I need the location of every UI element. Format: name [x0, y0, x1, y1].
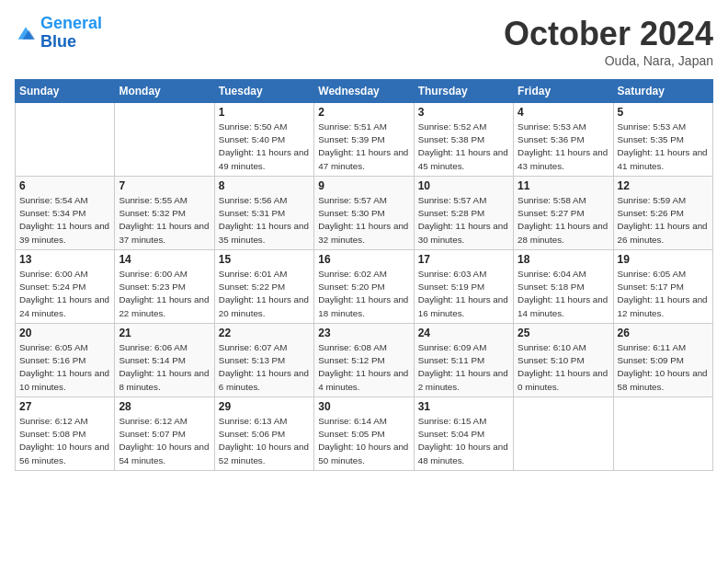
calendar-cell: 5Sunrise: 5:53 AM Sunset: 5:35 PM Daylig…: [613, 103, 712, 177]
calendar-cell: 20Sunrise: 6:05 AM Sunset: 5:16 PM Dayli…: [16, 324, 115, 397]
day-detail: Sunrise: 5:56 AM Sunset: 5:31 PM Dayligh…: [219, 194, 310, 247]
day-number: 16: [318, 253, 409, 266]
day-number: 19: [618, 253, 709, 266]
logo: GeneralBlue: [15, 15, 102, 52]
calendar-cell: 15Sunrise: 6:01 AM Sunset: 5:22 PM Dayli…: [214, 250, 313, 324]
day-detail: Sunrise: 5:55 AM Sunset: 5:32 PM Dayligh…: [119, 194, 210, 247]
weekday-header: Friday: [514, 80, 613, 103]
calendar-cell: 4Sunrise: 5:53 AM Sunset: 5:36 PM Daylig…: [514, 103, 613, 177]
weekday-header: Tuesday: [214, 80, 313, 103]
day-number: 2: [318, 106, 409, 119]
calendar-cell: 1Sunrise: 5:50 AM Sunset: 5:40 PM Daylig…: [214, 103, 313, 177]
day-detail: Sunrise: 5:51 AM Sunset: 5:39 PM Dayligh…: [318, 121, 409, 173]
logo-icon: [15, 24, 37, 42]
day-number: 10: [418, 179, 509, 192]
day-number: 20: [19, 327, 110, 339]
day-detail: Sunrise: 5:53 AM Sunset: 5:36 PM Dayligh…: [518, 121, 609, 173]
day-number: 12: [618, 179, 709, 192]
day-detail: Sunrise: 5:54 AM Sunset: 5:34 PM Dayligh…: [19, 194, 110, 247]
day-detail: Sunrise: 6:07 AM Sunset: 5:13 PM Dayligh…: [219, 341, 310, 394]
day-number: 4: [518, 106, 609, 119]
day-number: 6: [19, 179, 110, 192]
calendar-cell: [613, 397, 712, 471]
calendar-cell: 18Sunrise: 6:04 AM Sunset: 5:18 PM Dayli…: [514, 250, 613, 324]
day-number: 18: [518, 253, 609, 266]
calendar-cell: 8Sunrise: 5:56 AM Sunset: 5:31 PM Daylig…: [214, 177, 313, 250]
title-block: October 2024 Ouda, Nara, Japan: [504, 15, 713, 68]
calendar-cell: 6Sunrise: 5:54 AM Sunset: 5:34 PM Daylig…: [16, 177, 115, 250]
weekday-header-row: SundayMondayTuesdayWednesdayThursdayFrid…: [16, 80, 713, 103]
calendar-cell: 11Sunrise: 5:58 AM Sunset: 5:27 PM Dayli…: [514, 177, 613, 250]
day-number: 1: [219, 106, 310, 119]
calendar-cell: 12Sunrise: 5:59 AM Sunset: 5:26 PM Dayli…: [613, 177, 712, 250]
day-detail: Sunrise: 6:02 AM Sunset: 5:20 PM Dayligh…: [318, 268, 409, 320]
day-number: 3: [418, 106, 509, 119]
calendar-cell: 22Sunrise: 6:07 AM Sunset: 5:13 PM Dayli…: [214, 324, 313, 397]
day-number: 8: [219, 179, 310, 192]
calendar-cell: [115, 103, 214, 177]
calendar-cell: [16, 103, 115, 177]
day-number: 5: [618, 106, 709, 119]
weekday-header: Saturday: [613, 80, 712, 103]
location-subtitle: Ouda, Nara, Japan: [504, 53, 713, 68]
day-number: 17: [418, 253, 509, 266]
weekday-header: Thursday: [414, 80, 513, 103]
day-number: 31: [418, 400, 509, 413]
day-detail: Sunrise: 6:15 AM Sunset: 5:04 PM Dayligh…: [418, 415, 509, 467]
day-number: 24: [418, 327, 509, 339]
calendar-table: SundayMondayTuesdayWednesdayThursdayFrid…: [15, 79, 713, 471]
calendar-week-row: 20Sunrise: 6:05 AM Sunset: 5:16 PM Dayli…: [16, 324, 713, 397]
day-number: 27: [19, 400, 110, 413]
day-number: 13: [19, 253, 110, 266]
day-detail: Sunrise: 5:57 AM Sunset: 5:28 PM Dayligh…: [418, 194, 509, 247]
day-detail: Sunrise: 6:05 AM Sunset: 5:17 PM Dayligh…: [618, 268, 709, 320]
weekday-header: Wednesday: [314, 80, 414, 103]
calendar-week-row: 1Sunrise: 5:50 AM Sunset: 5:40 PM Daylig…: [16, 103, 713, 177]
day-number: 22: [219, 327, 310, 339]
calendar-cell: 17Sunrise: 6:03 AM Sunset: 5:19 PM Dayli…: [414, 250, 513, 324]
day-detail: Sunrise: 6:13 AM Sunset: 5:06 PM Dayligh…: [219, 415, 310, 467]
weekday-header: Sunday: [16, 80, 115, 103]
calendar-cell: 19Sunrise: 6:05 AM Sunset: 5:17 PM Dayli…: [613, 250, 712, 324]
calendar-cell: 26Sunrise: 6:11 AM Sunset: 5:09 PM Dayli…: [613, 324, 712, 397]
day-number: 30: [318, 400, 409, 413]
calendar-cell: 3Sunrise: 5:52 AM Sunset: 5:38 PM Daylig…: [414, 103, 513, 177]
day-number: 25: [518, 327, 609, 339]
day-detail: Sunrise: 6:00 AM Sunset: 5:23 PM Dayligh…: [119, 268, 210, 320]
day-detail: Sunrise: 6:14 AM Sunset: 5:05 PM Dayligh…: [318, 415, 409, 467]
day-detail: Sunrise: 6:00 AM Sunset: 5:24 PM Dayligh…: [19, 268, 110, 320]
day-detail: Sunrise: 6:06 AM Sunset: 5:14 PM Dayligh…: [119, 341, 210, 394]
calendar-week-row: 27Sunrise: 6:12 AM Sunset: 5:08 PM Dayli…: [16, 397, 713, 471]
day-number: 11: [518, 179, 609, 192]
calendar-cell: 9Sunrise: 5:57 AM Sunset: 5:30 PM Daylig…: [314, 177, 414, 250]
month-title: October 2024: [504, 15, 713, 53]
logo-text: GeneralBlue: [40, 15, 102, 52]
calendar-cell: 28Sunrise: 6:12 AM Sunset: 5:07 PM Dayli…: [115, 397, 214, 471]
day-detail: Sunrise: 5:59 AM Sunset: 5:26 PM Dayligh…: [618, 194, 709, 247]
day-number: 23: [318, 327, 409, 339]
calendar-cell: 21Sunrise: 6:06 AM Sunset: 5:14 PM Dayli…: [115, 324, 214, 397]
day-detail: Sunrise: 5:52 AM Sunset: 5:38 PM Dayligh…: [418, 121, 509, 173]
day-detail: Sunrise: 6:05 AM Sunset: 5:16 PM Dayligh…: [19, 341, 110, 394]
day-detail: Sunrise: 6:12 AM Sunset: 5:08 PM Dayligh…: [19, 415, 110, 467]
day-detail: Sunrise: 6:01 AM Sunset: 5:22 PM Dayligh…: [219, 268, 310, 320]
calendar-cell: [514, 397, 613, 471]
day-detail: Sunrise: 5:57 AM Sunset: 5:30 PM Dayligh…: [318, 194, 409, 247]
calendar-cell: 30Sunrise: 6:14 AM Sunset: 5:05 PM Dayli…: [314, 397, 414, 471]
day-detail: Sunrise: 6:12 AM Sunset: 5:07 PM Dayligh…: [119, 415, 210, 467]
day-number: 15: [219, 253, 310, 266]
calendar-cell: 16Sunrise: 6:02 AM Sunset: 5:20 PM Dayli…: [314, 250, 414, 324]
day-number: 26: [618, 327, 709, 339]
day-number: 7: [119, 179, 210, 192]
calendar-cell: 31Sunrise: 6:15 AM Sunset: 5:04 PM Dayli…: [414, 397, 513, 471]
day-detail: Sunrise: 6:03 AM Sunset: 5:19 PM Dayligh…: [418, 268, 509, 320]
day-detail: Sunrise: 6:08 AM Sunset: 5:12 PM Dayligh…: [318, 341, 409, 394]
day-detail: Sunrise: 6:04 AM Sunset: 5:18 PM Dayligh…: [518, 268, 609, 320]
day-detail: Sunrise: 5:50 AM Sunset: 5:40 PM Dayligh…: [219, 121, 310, 173]
calendar-cell: 23Sunrise: 6:08 AM Sunset: 5:12 PM Dayli…: [314, 324, 414, 397]
day-number: 28: [119, 400, 210, 413]
day-detail: Sunrise: 6:11 AM Sunset: 5:09 PM Dayligh…: [618, 341, 709, 394]
day-number: 9: [318, 179, 409, 192]
calendar-week-row: 13Sunrise: 6:00 AM Sunset: 5:24 PM Dayli…: [16, 250, 713, 324]
calendar-week-row: 6Sunrise: 5:54 AM Sunset: 5:34 PM Daylig…: [16, 177, 713, 250]
